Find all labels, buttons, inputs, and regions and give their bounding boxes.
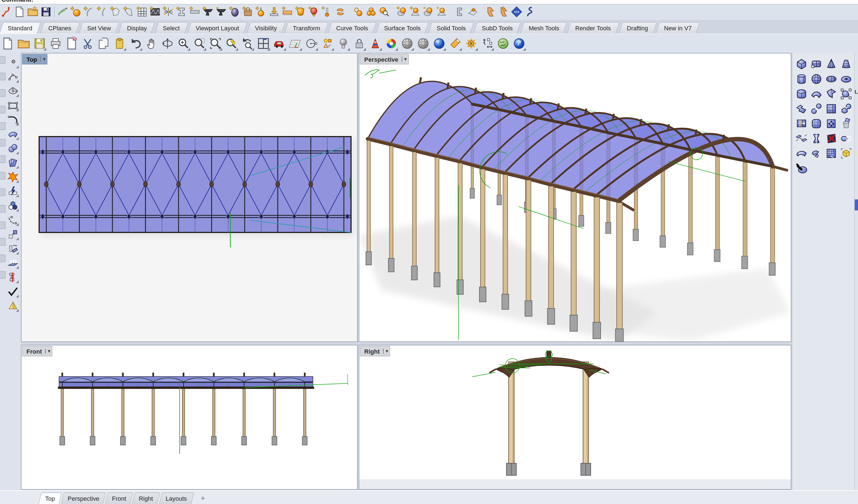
blend-curve-icon[interactable] (6, 214, 19, 226)
copy-move-icon[interactable] (6, 228, 19, 241)
viewport-front[interactable]: Front ▾ (21, 345, 358, 490)
ring-ball-icon[interactable] (352, 5, 364, 18)
subd-insert-edge-icon[interactable] (794, 116, 808, 131)
tab-select[interactable]: Select (156, 22, 186, 34)
cplane-icon[interactable] (288, 36, 303, 51)
car-icon[interactable] (272, 36, 287, 51)
boolean-circles-icon[interactable] (6, 199, 19, 212)
ibeam-profile-add-icon[interactable] (189, 5, 201, 18)
ball-magnifier-icon[interactable] (378, 5, 391, 18)
tab-viewport-layout[interactable]: Viewport Layout (189, 22, 245, 34)
ibeam-add-icon[interactable] (175, 5, 188, 18)
subd-offset-icon[interactable] (809, 146, 823, 160)
subd-bridge-icon[interactable] (794, 131, 808, 145)
subd-merge-edge-icon[interactable] (839, 131, 853, 145)
spheres-icon[interactable] (6, 142, 19, 155)
subd-sphere-icon[interactable] (809, 71, 823, 86)
bottom-tab-layouts[interactable]: Layouts (160, 492, 192, 504)
fillet-curve-icon[interactable] (6, 113, 19, 126)
red-ball-load-icon[interactable] (307, 5, 320, 18)
subd-delete-icon[interactable] (839, 116, 853, 131)
tab-subd-tools[interactable]: SubD Tools (475, 22, 519, 34)
tab-solid-tools[interactable]: Solid Tools (430, 22, 473, 34)
subd-plane-icon[interactable] (809, 57, 823, 71)
interp-curve-add-icon[interactable] (96, 5, 109, 18)
surface-icon[interactable] (6, 128, 19, 141)
zoom-selected-icon[interactable] (208, 36, 223, 51)
bottom-tab-front[interactable]: Front (106, 492, 131, 504)
tab-surface-tools[interactable]: Surface Tools (378, 22, 427, 34)
etabs-icon[interactable] (524, 5, 536, 18)
viewport-label-perspective[interactable]: Perspective ▾ (360, 54, 409, 64)
tab-set-view[interactable]: Set View (80, 22, 117, 34)
ghosted-display-icon[interactable] (415, 36, 430, 51)
open-folder-icon[interactable] (16, 36, 31, 51)
command-line[interactable]: Command: (0, 0, 858, 4)
save-icon[interactable] (32, 36, 47, 51)
truss-network-add-icon[interactable] (162, 5, 175, 18)
tab-drafting[interactable]: Drafting (620, 22, 655, 34)
zoom-undo-icon[interactable] (240, 36, 255, 51)
distribute-icon[interactable] (6, 271, 19, 284)
subd-repair-wrench-icon[interactable] (794, 161, 808, 175)
point-icon[interactable] (6, 56, 19, 69)
subd-mesh-corner-icon[interactable] (824, 146, 838, 160)
viewport-dropdown-icon[interactable]: ▾ (41, 57, 46, 62)
clean-page-icon[interactable] (64, 36, 79, 51)
subd-ellipsoid-icon[interactable] (824, 71, 838, 86)
subd-cone-icon[interactable] (824, 57, 838, 71)
undo-icon[interactable] (128, 36, 143, 51)
thermometer-add-icon[interactable] (321, 5, 333, 18)
shield-add-icon[interactable] (294, 5, 307, 18)
viewport-right[interactable]: Right ▾ (359, 345, 791, 490)
earth-render-icon[interactable] (495, 36, 510, 51)
subd-truncated-cone-icon[interactable] (839, 57, 853, 71)
new-file-icon[interactable] (0, 36, 15, 51)
anvil-add-icon[interactable] (202, 5, 214, 18)
tab-transform[interactable]: Transform (286, 22, 327, 34)
viewport-label-top[interactable]: Top ▾ (22, 54, 48, 64)
viewport-label-front[interactable]: Front ▾ (22, 346, 52, 356)
point-add-icon[interactable] (69, 5, 82, 18)
tab-display[interactable]: Display (121, 22, 154, 34)
curve-add-icon[interactable] (83, 5, 95, 18)
object-snap-shapes-icon[interactable] (320, 36, 334, 51)
zoom-dynamic-icon[interactable] (176, 36, 191, 51)
subd-fill-hole-icon[interactable] (794, 146, 808, 160)
ball-disc-add-icon[interactable] (396, 5, 408, 18)
viewport-layout-icon[interactable] (256, 36, 271, 51)
subd-quad-grid-icon[interactable] (809, 116, 823, 131)
tab-cplanes[interactable]: CPlanes (42, 22, 78, 34)
tab-render-tools[interactable]: Render Tools (569, 22, 618, 34)
split-icon[interactable] (6, 185, 19, 198)
tab-mesh-tools[interactable]: Mesh Tools (522, 22, 566, 34)
rotate-icon[interactable] (6, 242, 19, 255)
subd-cube-rounded-icon[interactable] (794, 86, 808, 101)
subd-cylinder-icon[interactable] (794, 71, 808, 86)
grid-frame-add-icon[interactable] (136, 5, 148, 18)
subd-stitch-icon[interactable] (809, 131, 823, 145)
mesh-icon[interactable] (6, 157, 19, 169)
polygon-add-icon[interactable] (109, 5, 122, 18)
render-icon[interactable] (431, 36, 446, 51)
bottom-tab-top[interactable]: Top (40, 492, 61, 504)
subd-from-mesh-icon[interactable] (824, 101, 838, 116)
add-viewport-tab-button[interactable]: + (198, 493, 207, 502)
hanging-ball-add-icon[interactable] (255, 5, 267, 18)
subd-surface-angle-icon[interactable] (824, 86, 838, 101)
pan-hand-icon[interactable] (144, 36, 159, 51)
subd-surface-arch-icon[interactable] (809, 86, 823, 101)
red-plugin-icon[interactable] (0, 5, 13, 18)
lock-icon[interactable] (352, 36, 366, 51)
control-point-curve-icon[interactable] (6, 70, 19, 83)
viewport-perspective[interactable]: Perspective ▾ (359, 53, 791, 342)
subd-torus-icon[interactable] (839, 71, 853, 86)
subd-pipe-elbow-icon[interactable] (794, 101, 808, 116)
zoom-extents-icon[interactable] (224, 36, 239, 51)
bottom-tab-perspective[interactable]: Perspective (62, 492, 105, 504)
copy-icon[interactable] (96, 36, 111, 51)
purple-egg-add-icon[interactable] (228, 5, 241, 18)
flag-icon[interactable] (484, 5, 496, 18)
press-load-icon[interactable] (268, 5, 281, 18)
subd-to-nurbs-icon[interactable] (809, 101, 823, 116)
